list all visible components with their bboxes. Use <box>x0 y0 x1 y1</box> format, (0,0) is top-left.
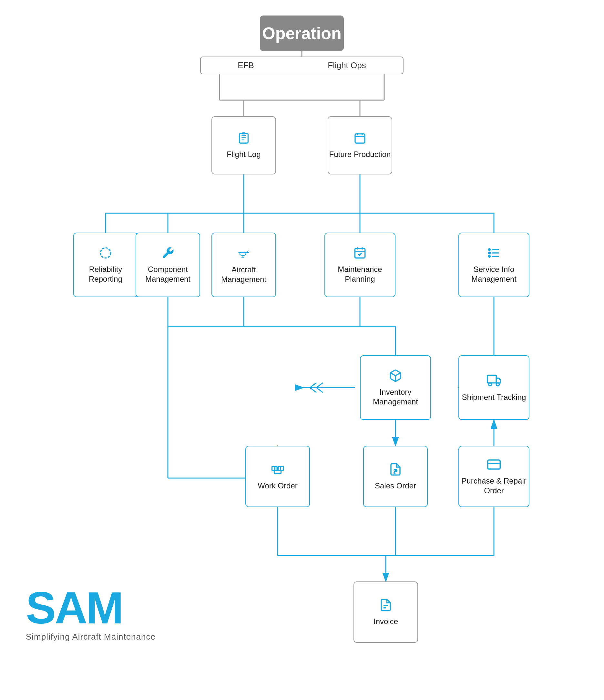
svg-rect-39 <box>239 133 248 143</box>
loading-icon <box>99 246 112 262</box>
work-order-label: Work Order <box>258 481 298 491</box>
reliability-reporting-label: Reliability Reporting <box>74 265 137 284</box>
service-info-management-node[interactable]: Service Info Management <box>458 232 529 297</box>
box-icon <box>389 369 402 385</box>
svg-point-48 <box>100 248 111 258</box>
purchase-repair-order-label: Purchase & Repair Order <box>459 476 529 496</box>
svg-point-63 <box>489 252 490 254</box>
invoice-node[interactable]: Invoice <box>353 581 418 643</box>
helicopter-icon <box>237 246 251 263</box>
purchase-repair-order-node[interactable]: Purchase & Repair Order <box>458 446 529 507</box>
svg-rect-44 <box>355 134 365 143</box>
efb-flightops-node: EFB Flight Ops <box>200 56 403 74</box>
reliability-reporting-node[interactable]: Reliability Reporting <box>73 232 138 297</box>
svg-rect-55 <box>355 248 365 258</box>
svg-point-68 <box>489 383 492 386</box>
sales-order-node[interactable]: Sales Order <box>363 446 428 507</box>
operation-label: Operation <box>262 24 342 43</box>
maintenance-planning-node[interactable]: Maintenance Planning <box>324 232 395 297</box>
wrench-icon <box>161 246 175 262</box>
sam-text: SAM <box>26 585 156 630</box>
aircraft-management-node[interactable]: Aircraft Management <box>211 232 276 297</box>
aircraft-management-label: Aircraft Management <box>212 265 275 284</box>
flightops-label: Flight Ops <box>328 60 366 70</box>
svg-rect-66 <box>488 375 497 383</box>
truck-icon <box>487 373 501 391</box>
calendar-icon <box>353 132 366 148</box>
svg-rect-76 <box>488 460 500 469</box>
diagram-container: Operation EFB Flight Ops Flight Log Futu… <box>0 0 604 700</box>
sam-logo: SAM Simplifying Aircraft Maintenance <box>26 585 156 642</box>
flight-log-label: Flight Log <box>227 150 261 159</box>
sales-order-label: Sales Order <box>375 481 416 491</box>
efb-label: EFB <box>238 60 254 70</box>
svg-point-69 <box>496 383 499 386</box>
future-production-node[interactable]: Future Production <box>328 116 392 174</box>
future-production-label: Future Production <box>329 150 391 159</box>
sam-tagline: Simplifying Aircraft Maintenance <box>26 632 156 642</box>
credit-card-icon <box>487 458 501 474</box>
invoice-label: Invoice <box>373 617 398 626</box>
operation-node: Operation <box>260 16 344 51</box>
flight-log-node[interactable]: Flight Log <box>211 116 276 174</box>
work-order-icon <box>271 462 284 479</box>
svg-rect-43 <box>242 132 245 134</box>
shipment-tracking-label: Shipment Tracking <box>462 393 526 402</box>
svg-rect-74 <box>274 470 281 473</box>
work-order-node[interactable]: Work Order <box>245 446 310 507</box>
sales-order-icon <box>389 462 402 479</box>
inventory-management-label: Inventory Management <box>361 387 430 407</box>
component-management-node[interactable]: Component Management <box>136 232 200 297</box>
inventory-management-node[interactable]: Inventory Management <box>360 355 431 420</box>
svg-line-52 <box>248 251 250 251</box>
service-info-management-label: Service Info Management <box>459 265 529 284</box>
clipboard-icon <box>237 132 250 148</box>
shipment-tracking-node[interactable]: Shipment Tracking <box>458 355 529 420</box>
invoice-icon <box>379 598 393 615</box>
svg-marker-67 <box>496 378 500 383</box>
svg-point-62 <box>489 248 490 250</box>
calendar-check-icon <box>353 246 367 262</box>
svg-point-64 <box>489 255 490 257</box>
maintenance-planning-label: Maintenance Planning <box>325 265 395 284</box>
list-icon <box>487 246 501 262</box>
component-management-label: Component Management <box>136 265 200 284</box>
